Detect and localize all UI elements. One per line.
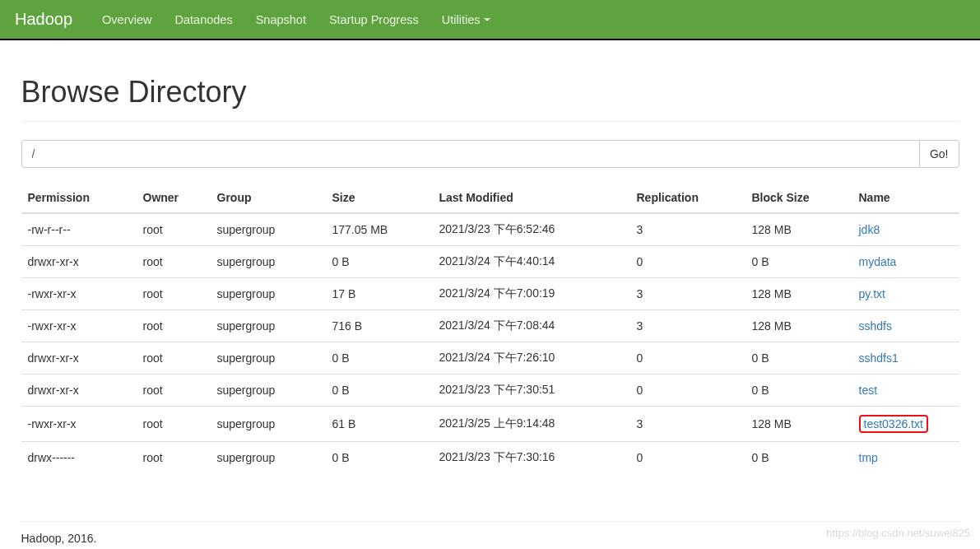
cell-name: py.txt [852, 278, 959, 310]
cell-group: supergroup [211, 310, 326, 342]
cell-owner: root [137, 278, 211, 310]
nav-item-snapshot[interactable]: Snapshot [244, 2, 318, 38]
table-row: drwxr-xr-xrootsupergroup0 B2021/3/24 下午7… [21, 342, 959, 375]
cell-group: supergroup [211, 342, 326, 375]
cell-block_size: 0 B [745, 442, 852, 474]
cell-block_size: 128 MB [745, 278, 852, 310]
page-title: Browse Directory [21, 75, 959, 109]
cell-owner: root [137, 246, 211, 278]
cell-replication: 3 [630, 278, 745, 310]
cell-group: supergroup [211, 442, 326, 474]
navbar-brand[interactable]: Hadoop [15, 10, 72, 29]
cell-permission: drwxr-xr-x [21, 246, 137, 278]
header-last-modified: Last Modified [433, 183, 630, 213]
cell-permission: -rwxr-xr-x [21, 278, 137, 310]
cell-permission: -rwxr-xr-x [21, 407, 137, 442]
cell-replication: 0 [630, 442, 745, 474]
nav-item-datanodes[interactable]: Datanodes [164, 2, 244, 38]
cell-last_modified: 2021/3/24 下午4:40:14 [433, 246, 630, 278]
nav-item-utilities[interactable]: Utilities [430, 2, 503, 38]
cell-group: supergroup [211, 407, 326, 442]
cell-group: supergroup [211, 375, 326, 407]
nav-item-startup-progress[interactable]: Startup Progress [318, 2, 430, 38]
cell-group: supergroup [211, 246, 326, 278]
table-row: drwx------rootsupergroup0 B2021/3/23 下午7… [21, 442, 959, 474]
highlight-box: test0326.txt [859, 415, 928, 433]
cell-name: test [852, 375, 959, 407]
cell-last_modified: 2021/3/23 下午6:52:46 [433, 213, 630, 246]
header-block-size: Block Size [745, 183, 852, 213]
nav-item-overview[interactable]: Overview [91, 2, 163, 38]
table-row: -rw-r--r--rootsupergroup177.05 MB2021/3/… [21, 213, 959, 246]
cell-replication: 0 [630, 342, 745, 375]
page-header: Browse Directory [21, 75, 959, 122]
cell-group: supergroup [211, 213, 326, 246]
table-row: drwxr-xr-xrootsupergroup0 B2021/3/24 下午4… [21, 246, 959, 278]
cell-last_modified: 2021/3/24 下午7:00:19 [433, 278, 630, 310]
cell-size: 17 B [326, 278, 433, 310]
cell-size: 0 B [326, 442, 433, 474]
header-owner: Owner [137, 183, 211, 213]
file-link[interactable]: tmp [859, 451, 878, 464]
cell-block_size: 128 MB [745, 213, 852, 246]
footer-text: Hadoop, 2016. [21, 521, 959, 549]
cell-owner: root [137, 213, 211, 246]
cell-replication: 3 [630, 310, 745, 342]
cell-size: 177.05 MB [326, 213, 433, 246]
header-replication: Replication [630, 183, 745, 213]
cell-owner: root [137, 342, 211, 375]
nav-item-utilities-label: Utilities [442, 13, 481, 26]
cell-owner: root [137, 375, 211, 407]
cell-size: 0 B [326, 246, 433, 278]
path-input[interactable] [21, 140, 920, 168]
cell-last_modified: 2021/3/23 下午7:30:51 [433, 375, 630, 407]
cell-replication: 0 [630, 375, 745, 407]
cell-last_modified: 2021/3/24 下午7:08:44 [433, 310, 630, 342]
cell-permission: -rw-r--r-- [21, 213, 137, 246]
navbar: Hadoop Overview Datanodes Snapshot Start… [0, 0, 980, 40]
cell-block_size: 0 B [745, 342, 852, 375]
cell-size: 61 B [326, 407, 433, 442]
go-button[interactable]: Go! [920, 140, 959, 168]
cell-name: test0326.txt [852, 407, 959, 442]
header-size: Size [326, 183, 433, 213]
cell-block_size: 0 B [745, 246, 852, 278]
file-link[interactable]: mydata [859, 255, 897, 268]
cell-size: 0 B [326, 342, 433, 375]
table-row: drwxr-xr-xrootsupergroup0 B2021/3/23 下午7… [21, 375, 959, 407]
file-link[interactable]: jdk8 [859, 223, 880, 236]
cell-replication: 3 [630, 407, 745, 442]
cell-name: jdk8 [852, 213, 959, 246]
file-listing-table: Permission Owner Group Size Last Modifie… [21, 183, 959, 473]
cell-name: sshdfs [852, 310, 959, 342]
cell-size: 716 B [326, 310, 433, 342]
cell-name: tmp [852, 442, 959, 474]
cell-group: supergroup [211, 278, 326, 310]
path-input-group: Go! [21, 140, 959, 168]
file-link[interactable]: sshdfs1 [859, 351, 899, 365]
file-link[interactable]: test0326.txt [864, 417, 923, 430]
cell-replication: 3 [630, 213, 745, 246]
table-row: -rwxr-xr-xrootsupergroup716 B2021/3/24 下… [21, 310, 959, 342]
cell-owner: root [137, 310, 211, 342]
cell-last_modified: 2021/3/24 下午7:26:10 [433, 342, 630, 375]
file-link[interactable]: sshdfs [859, 319, 892, 333]
cell-permission: drwxr-xr-x [21, 375, 137, 407]
file-link[interactable]: py.txt [859, 287, 885, 300]
cell-replication: 0 [630, 246, 745, 278]
header-permission: Permission [21, 183, 137, 213]
cell-size: 0 B [326, 375, 433, 407]
header-name: Name [852, 183, 959, 213]
cell-name: sshdfs1 [852, 342, 959, 375]
file-link[interactable]: test [859, 384, 878, 397]
cell-name: mydata [852, 246, 959, 278]
cell-permission: drwx------ [21, 442, 137, 474]
table-row: -rwxr-xr-xrootsupergroup17 B2021/3/24 下午… [21, 278, 959, 310]
header-group: Group [211, 183, 326, 213]
table-row: -rwxr-xr-xrootsupergroup61 B2021/3/25 上午… [21, 407, 959, 442]
cell-last_modified: 2021/3/23 下午7:30:16 [433, 442, 630, 474]
chevron-down-icon [484, 18, 490, 21]
cell-owner: root [137, 407, 211, 442]
cell-last_modified: 2021/3/25 上午9:14:48 [433, 407, 630, 442]
cell-permission: drwxr-xr-x [21, 342, 137, 375]
